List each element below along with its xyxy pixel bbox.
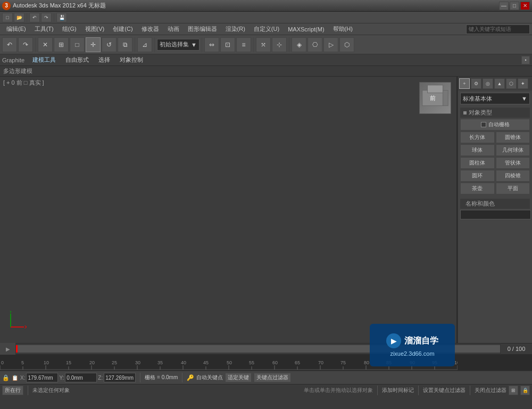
auto-grid-section: 自动栅格 xyxy=(460,119,530,130)
obj-type-pyramid[interactable]: 四棱锥 xyxy=(496,170,530,182)
status-icon2: 📋 xyxy=(12,375,18,381)
graphite-tab-modeling[interactable]: 建模工具 xyxy=(29,54,60,66)
obj-type-cylinder[interactable]: 圆柱体 xyxy=(460,157,495,169)
menu-group[interactable]: 组(G) xyxy=(58,23,81,35)
move-button[interactable]: ✛ xyxy=(86,37,101,52)
menu-create[interactable]: 创建(C) xyxy=(109,23,137,35)
mirror-button[interactable]: ⇔ xyxy=(204,37,219,52)
object-name-input[interactable] xyxy=(460,210,531,219)
obj-type-tube[interactable]: 管状体 xyxy=(496,157,530,169)
svg-text:70: 70 xyxy=(318,360,323,365)
close-button[interactable]: ✕ xyxy=(520,2,530,10)
window-controls: — □ ✕ xyxy=(499,2,530,10)
menu-edit[interactable]: 编辑(E) xyxy=(2,23,30,35)
svg-text:前: 前 xyxy=(430,95,436,101)
menu-tools[interactable]: 工具(T) xyxy=(30,23,58,35)
x-input[interactable] xyxy=(26,373,58,382)
reference-coord[interactable]: ⊿ xyxy=(137,37,152,52)
obj-type-cone[interactable]: 圆锥体 xyxy=(496,132,530,143)
watermark-url: zixue2.3d66.com xyxy=(390,350,434,357)
curve-editor-button[interactable]: ⤲ xyxy=(256,37,271,52)
obj-type-plane[interactable]: 平面 xyxy=(496,183,530,194)
svg-rect-1 xyxy=(428,85,443,93)
graphite-options-button[interactable]: • xyxy=(521,56,530,64)
svg-text:40: 40 xyxy=(181,360,186,365)
maximize-button[interactable]: □ xyxy=(510,2,519,10)
menu-customize[interactable]: 自定义(U) xyxy=(250,23,284,35)
viewport-axes: X Y xyxy=(5,311,27,332)
select-button[interactable]: ✕ xyxy=(38,37,53,52)
auto-grid-checkbox[interactable]: 自动栅格 xyxy=(460,119,530,130)
minimize-button[interactable]: — xyxy=(499,2,509,10)
scale-button[interactable]: ⧉ xyxy=(118,37,132,52)
render-frame-button[interactable]: ▷ xyxy=(323,37,338,52)
graphite-tab-freeform[interactable]: 自由形式 xyxy=(62,54,93,66)
dropdown-arrow-icon: ▼ xyxy=(191,42,197,48)
menu-animation[interactable]: 动画 xyxy=(163,23,184,35)
layer-button[interactable]: ≡ xyxy=(236,37,251,52)
section-dot-icon xyxy=(463,111,467,114)
y-input[interactable] xyxy=(65,373,97,382)
viewport-nav-cube[interactable]: 前 xyxy=(419,82,451,114)
obj-type-box[interactable]: 长方体 xyxy=(460,132,495,143)
redo-button[interactable]: ↷ xyxy=(41,13,52,22)
panel-tab-modify[interactable]: ⚙ xyxy=(471,78,481,89)
align-button[interactable]: ⊡ xyxy=(220,37,235,52)
obj-type-sphere[interactable]: 球体 xyxy=(460,144,495,156)
set-key-button[interactable]: 适定关键 xyxy=(225,373,252,382)
timeline-counter: 0 / 100 xyxy=(500,343,532,355)
sep1 xyxy=(35,37,36,52)
redo-toolbar-button[interactable]: ↷ xyxy=(18,37,33,52)
render-button[interactable]: ⬡ xyxy=(339,37,354,52)
viewport[interactable]: [ + 0 前 □ 真实 ] 前 X Y xyxy=(0,77,458,343)
menu-view[interactable]: 视图(V) xyxy=(81,23,109,35)
new-button[interactable]: □ xyxy=(2,13,13,22)
name-color-header[interactable]: 名称和颜色 xyxy=(460,199,530,209)
obj-type-torus[interactable]: 圆环 xyxy=(460,170,495,182)
graphite-bar: Graphite 建模工具 自由形式 选择 对象控制 • xyxy=(0,54,532,66)
menu-modifiers[interactable]: 修改器 xyxy=(137,23,163,35)
obj-type-geosphere[interactable]: 几何球体 xyxy=(496,144,530,156)
menu-maxscript[interactable]: MAXScript(M) xyxy=(284,23,328,35)
toolbar-separator-2 xyxy=(54,13,54,22)
panel-tab-motion[interactable]: ▲ xyxy=(494,78,505,89)
panel-tab-utilities[interactable]: ✦ xyxy=(518,78,528,89)
watermark-icon: ▶ xyxy=(386,333,401,348)
quick-access-toolbar: □ 📂 ↶ ↷ 💾 xyxy=(0,12,532,23)
open-button[interactable]: 📂 xyxy=(14,13,24,22)
graphite-tab-object-paint[interactable]: 对象控制 xyxy=(116,54,147,66)
search-input[interactable] xyxy=(466,24,530,34)
z-input[interactable] xyxy=(104,373,136,382)
panel-category-dropdown[interactable]: 标准基本体 ▼ xyxy=(460,93,530,104)
select-by-name[interactable]: ⊞ xyxy=(54,37,69,52)
view-toggle-button[interactable]: ⊞ xyxy=(509,386,518,395)
panel-tab-create[interactable]: + xyxy=(459,78,470,89)
menu-graph-editor[interactable]: 图形编辑器 xyxy=(184,23,221,35)
auto-grid-label: 自动栅格 xyxy=(488,121,510,128)
rotate-button[interactable]: ↺ xyxy=(102,37,117,52)
panel-tab-hierarchy[interactable]: ◎ xyxy=(483,78,493,89)
undo-toolbar-button[interactable]: ↶ xyxy=(2,37,17,52)
selection-set-label: 初始选择集 xyxy=(160,40,189,48)
bottom-bar: 所在行 未选定任何对象 单击或单击并拖动以选择对象 添加时间标记 设置关键点过滤… xyxy=(0,384,532,396)
play-wm-icon: ▶ xyxy=(391,337,397,345)
bottom-sep4 xyxy=(470,386,470,395)
save-button[interactable]: 💾 xyxy=(56,13,67,22)
lock-toggle-button[interactable]: 🔒 xyxy=(520,386,530,395)
obj-type-teapot[interactable]: 茶壶 xyxy=(460,183,495,194)
render-setup-button[interactable]: ⎔ xyxy=(307,37,322,52)
undo-button[interactable]: ↶ xyxy=(29,13,40,22)
filter-button[interactable]: 关键点过滤器 xyxy=(254,373,291,382)
schematic-view-button[interactable]: ⊹ xyxy=(272,37,287,52)
object-types-section-header[interactable]: 对象类型 xyxy=(460,108,530,118)
selection-set-dropdown[interactable]: 初始选择集 ▼ xyxy=(157,39,200,51)
panel-tab-display[interactable]: ⬡ xyxy=(506,78,517,89)
menu-render[interactable]: 渲染(R) xyxy=(221,23,250,35)
graphite-tab-select[interactable]: 选择 xyxy=(95,54,114,66)
viewport-label: [ + 0 前 □ 真实 ] xyxy=(3,79,44,87)
row-mode-button[interactable]: 所在行 xyxy=(2,386,23,395)
panel-section: 对象类型 自动栅格 长方体 圆锥体 球体 几何球体 圆柱体 管状体 圆环 四棱锥… xyxy=(460,108,530,195)
select-region[interactable]: □ xyxy=(70,37,85,52)
material-editor-button[interactable]: ◈ xyxy=(292,37,306,52)
menu-help[interactable]: 帮助(H) xyxy=(329,23,357,35)
